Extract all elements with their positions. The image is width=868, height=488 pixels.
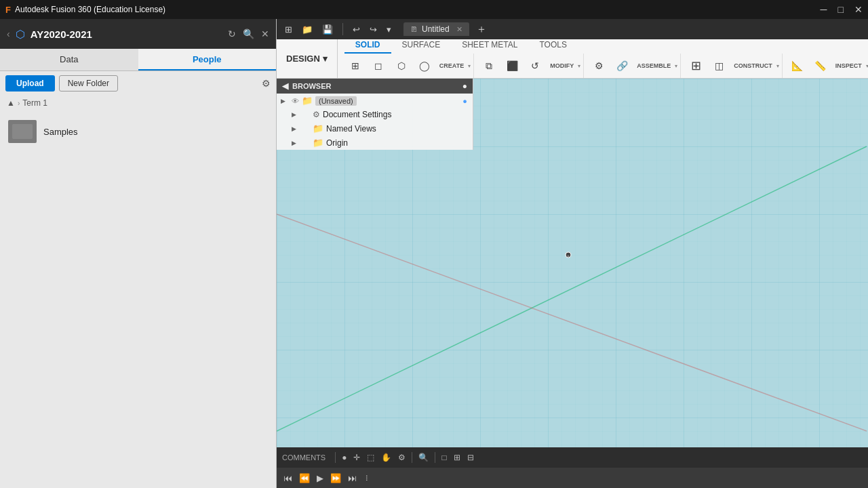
as-built-button[interactable]: 🔗 [611, 55, 633, 77]
sketch-icon[interactable]: ✛ [351, 451, 362, 464]
timeline: ⏮ ⏪ ▶ ⏩ ⏭ ⫶ [277, 468, 868, 488]
gear-icon: ⚙ [313, 110, 320, 119]
toolbar-groups: ⊞ ◻ ⬡ ◯ CREATE ▾ ⧉ ⬛ ↺ MODIFY ▾ [338, 54, 868, 78]
timeline-start-button[interactable]: ⏮ [282, 472, 294, 485]
tab-tools[interactable]: TOOLS [528, 39, 577, 54]
record-button[interactable]: ● [340, 451, 349, 464]
timeline-play-button[interactable]: ▶ [315, 472, 325, 485]
assemble-arrow[interactable]: ▾ [675, 63, 677, 69]
new-tab-button[interactable]: ＋ [476, 22, 487, 37]
open-file-icon[interactable]: 📁 [299, 23, 315, 36]
close-panel-button[interactable]: ✕ [261, 28, 269, 39]
sphere-button[interactable]: ◯ [414, 55, 435, 77]
viewport[interactable]: ◀ BROWSER ● ▶ 👁 📁 (Unsaved) ● ▶ 👁 ⚙ [277, 79, 868, 447]
close-button[interactable]: ✕ [854, 4, 863, 15]
browser-panel: ◀ BROWSER ● ▶ 👁 📁 (Unsaved) ● ▶ 👁 ⚙ [277, 79, 473, 150]
combine-button[interactable]: ↺ [524, 55, 546, 77]
tab-surface[interactable]: SURFACE [391, 39, 452, 54]
timeline-filter-icon[interactable]: ⫶ [365, 473, 369, 483]
midplane-button[interactable]: ◫ [708, 55, 730, 77]
folder-icon [8, 120, 37, 143]
folder-icon: 📁 [302, 96, 313, 106]
bottom-toolbar: COMMENTS ● ✛ ⬚ ✋ ⚙ 🔍 □ ⊞ ⊟ [277, 447, 868, 468]
toolbar-separator-1 [342, 23, 343, 35]
revolve-button[interactable]: ⬡ [391, 55, 412, 77]
maximize-button[interactable]: □ [838, 4, 844, 15]
timeline-end-button[interactable]: ⏭ [347, 472, 358, 485]
construct-arrow[interactable]: ▾ [776, 63, 779, 69]
construct-label: CONSTRUCT [731, 62, 775, 69]
left-header: ‹ ⬡ AY2020-2021 ↻ 🔍 ✕ [0, 19, 276, 49]
app-title: Autodesk Fusion 360 (Education License) [15, 5, 165, 14]
camera-icon[interactable]: ⬚ [365, 451, 376, 464]
project-icon: ⬡ [16, 28, 25, 41]
main-container: ‹ ⬡ AY2020-2021 ↻ 🔍 ✕ Data People Upload… [0, 19, 868, 488]
joint-button[interactable]: ⚙ [588, 55, 610, 77]
browser-item-doc-settings[interactable]: ▶ 👁 ⚙ Document Settings [277, 108, 473, 121]
secondary-toolbar: DESIGN ▾ SOLID SURFACE SHEET METAL TOOLS… [277, 39, 868, 79]
search-icon[interactable]: 🔍 [243, 28, 254, 39]
left-panel: ‹ ⬡ AY2020-2021 ↻ 🔍 ✕ Data People Upload… [0, 19, 277, 488]
undo-icon[interactable]: ↩ [350, 23, 363, 36]
people-tab[interactable]: People [138, 49, 277, 70]
doc-close-button[interactable]: ✕ [456, 25, 462, 34]
header-icons: ↻ 🔍 ✕ [228, 28, 269, 39]
press-pull-button[interactable]: ⧉ [478, 55, 500, 77]
document-title: Untitled [422, 24, 450, 34]
folder-purple-icon: 📁 [313, 138, 323, 148]
visibility-icon[interactable]: 👁 [292, 97, 299, 105]
grid-settings-icon[interactable]: ⊞ [452, 451, 462, 464]
create-arrow[interactable]: ▾ [468, 63, 471, 69]
data-tab[interactable]: Data [0, 49, 138, 70]
tab-sheet-metal[interactable]: SHEET METAL [451, 39, 528, 54]
browser-item-named-views[interactable]: ▶ 👁 📁 Named Views [277, 121, 473, 136]
design-dropdown[interactable]: DESIGN ▾ [277, 39, 338, 78]
breadcrumb: ▲ › Term 1 [0, 96, 276, 110]
timeline-next-button[interactable]: ⏩ [329, 472, 342, 485]
save-icon[interactable]: 💾 [319, 23, 336, 36]
doc-settings-label: Document Settings [323, 110, 391, 119]
design-label: DESIGN [286, 54, 320, 64]
construct-group: ⊞ ◫ CONSTRUCT ▾ [682, 54, 783, 78]
tab-solid[interactable]: SOLID [344, 39, 391, 54]
more-icon[interactable]: ▾ [384, 23, 394, 36]
browser-pin-button[interactable]: ● [462, 81, 467, 91]
unsaved-label: (Unsaved) [315, 96, 357, 106]
origin-label: Origin [326, 138, 348, 148]
minimize-button[interactable]: ─ [821, 4, 827, 15]
design-tabs: SOLID SURFACE SHEET METAL TOOLS ⊞ ◻ ⬡ ◯ … [338, 39, 868, 78]
display-settings-icon[interactable]: □ [439, 451, 448, 464]
timeline-prev-button[interactable]: ⏪ [298, 472, 311, 485]
new-component-button[interactable]: ⊞ [344, 55, 366, 77]
modify-group: ⧉ ⬛ ↺ MODIFY ▾ [475, 54, 584, 78]
document-tab[interactable]: 🖹 Untitled ✕ [403, 22, 469, 36]
title-left: F Autodesk Fusion 360 (Education License… [5, 5, 165, 15]
browser-item-unsaved[interactable]: ▶ 👁 📁 (Unsaved) ● [277, 94, 473, 108]
pan-icon[interactable]: ✋ [379, 451, 393, 464]
offset-plane-button[interactable]: ⊞ [685, 55, 707, 77]
refresh-icon[interactable]: ↻ [228, 28, 236, 39]
folder-blue-icon: 📁 [313, 123, 323, 134]
assemble-label: ASSEMBLE [634, 62, 673, 69]
fillet-button[interactable]: ⬛ [501, 55, 523, 77]
breadcrumb-home[interactable]: ▲ [7, 98, 15, 108]
new-folder-button[interactable]: New Folder [59, 75, 118, 92]
more-settings-icon[interactable]: ⊟ [465, 451, 476, 464]
back-button[interactable]: ‹ [7, 28, 10, 39]
breadcrumb-term[interactable]: Term 1 [22, 98, 47, 108]
browser-item-origin[interactable]: ▶ 👁 📁 Origin [277, 136, 473, 150]
create-label: CREATE [437, 62, 467, 69]
measure-button[interactable]: 📐 [787, 55, 808, 77]
browser-collapse-button[interactable]: ◀ [282, 81, 288, 91]
settings-button[interactable]: ⚙ [262, 78, 271, 89]
orbit-icon[interactable]: ⚙ [396, 451, 408, 464]
modify-arrow[interactable]: ▾ [578, 63, 580, 69]
extrude-button[interactable]: ◻ [368, 55, 389, 77]
grid-icon[interactable]: ⊞ [282, 23, 295, 36]
file-list: Samples [0, 110, 276, 488]
interference-button[interactable]: 📏 [810, 55, 831, 77]
zoom-icon[interactable]: 🔍 [416, 451, 431, 464]
list-item[interactable]: Samples [5, 116, 271, 147]
redo-icon[interactable]: ↪ [367, 23, 380, 36]
upload-button[interactable]: Upload [5, 75, 55, 92]
